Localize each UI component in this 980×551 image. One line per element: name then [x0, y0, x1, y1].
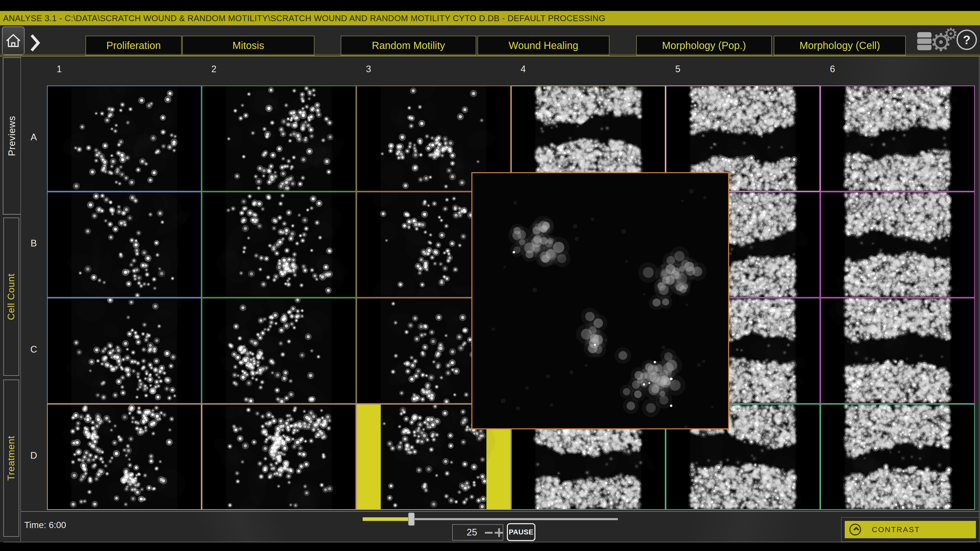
well-image-C6 — [821, 299, 974, 403]
tab-random-motility[interactable]: Random Motility — [341, 36, 476, 56]
well-image-A1 — [48, 86, 201, 191]
help-icon[interactable]: ? — [956, 30, 977, 50]
grid-separator — [21, 511, 979, 512]
layers-icon[interactable] — [917, 32, 932, 51]
column-header-2: 2 — [206, 64, 222, 75]
row-header-B: B — [25, 238, 42, 249]
column-header-6: 6 — [824, 64, 841, 75]
well-C1[interactable] — [47, 298, 202, 404]
toolbar-separator-accent — [0, 56, 980, 56]
well-A2[interactable] — [202, 86, 356, 192]
well-image-D6 — [821, 405, 974, 509]
speed-stepper: 25 — [452, 524, 503, 540]
home-icon — [5, 32, 21, 49]
well-C6[interactable] — [820, 298, 975, 404]
toolbar-separator — [0, 54, 980, 55]
home-button[interactable] — [2, 27, 24, 55]
well-image-B2 — [202, 192, 355, 297]
well-image-B6 — [821, 192, 974, 297]
window-title: ANALYSE 3.1 - C:\DATA\SCRATCH WOUND & RA… — [3, 11, 605, 25]
tab-proliferation[interactable]: Proliferation — [86, 36, 182, 56]
decrease-icon[interactable] — [485, 532, 493, 534]
contrast-panel: CONTRAST — [841, 517, 980, 542]
well-image-A6 — [821, 86, 974, 191]
well-image-B1 — [48, 192, 201, 297]
tab-mitosis[interactable]: Mitosis — [182, 36, 314, 56]
row-header-A: A — [25, 132, 42, 143]
pause-button[interactable]: PAUSE — [507, 523, 535, 541]
app-window: ANALYSE 3.1 - C:\DATA\SCRATCH WOUND & RA… — [0, 0, 980, 551]
sidebar-item-label: Cell Count — [6, 273, 17, 320]
increase-icon[interactable] — [495, 528, 503, 537]
sidebar-item-treatment[interactable]: Treatment — [3, 380, 19, 537]
enlarged-well-popup[interactable] — [471, 172, 729, 429]
speed-value: 25 — [463, 527, 481, 538]
well-image-A2 — [202, 86, 355, 191]
well-D6[interactable] — [820, 404, 975, 510]
well-image-C1 — [48, 299, 201, 403]
chevron-up-icon — [850, 524, 861, 535]
well-image-C2 — [202, 299, 355, 403]
title-bar: ANALYSE 3.1 - C:\DATA\SCRATCH WOUND & RA… — [0, 11, 980, 25]
sidebar-item-previews[interactable]: Previews — [3, 57, 21, 214]
well-A1[interactable] — [47, 86, 202, 192]
well-C2[interactable] — [202, 298, 356, 404]
enlarged-well-image — [473, 173, 728, 428]
well-B1[interactable] — [47, 192, 202, 298]
column-header-4: 4 — [515, 64, 531, 75]
contrast-label: CONTRAST — [872, 525, 920, 534]
row-header-D: D — [25, 450, 42, 461]
well-image-D1 — [48, 405, 201, 509]
panel-border — [979, 57, 980, 542]
settings-gear-small-icon[interactable]: ⚙ — [944, 26, 958, 42]
well-B2[interactable] — [202, 192, 356, 298]
timeline-slider-thumb[interactable] — [408, 513, 415, 526]
window-bottom-border — [3, 542, 977, 542]
row-header-C: C — [25, 344, 42, 355]
well-D1[interactable] — [47, 404, 202, 510]
expand-chevron-icon[interactable] — [30, 34, 41, 52]
sidebar-item-label: Treatment — [6, 436, 17, 481]
well-B6[interactable] — [820, 192, 975, 298]
timeline-slider-fill[interactable] — [363, 517, 409, 521]
time-label: Time: 6:00 — [24, 520, 66, 530]
sidebar-item-label: Previews — [6, 116, 18, 156]
tab-morphology-pop[interactable]: Morphology (Pop.) — [636, 36, 772, 56]
well-A6[interactable] — [820, 86, 975, 192]
column-header-3: 3 — [360, 64, 377, 75]
tab-wound-healing[interactable]: Wound Healing — [477, 36, 609, 56]
well-image-D2 — [202, 405, 355, 509]
column-header-5: 5 — [670, 64, 686, 75]
well-D2[interactable] — [202, 404, 356, 510]
tab-morphology-cell[interactable]: Morphology (Cell) — [774, 36, 906, 56]
column-header-1: 1 — [51, 64, 67, 75]
contrast-button[interactable]: CONTRAST — [845, 521, 976, 538]
sidebar-item-cell-count[interactable]: Cell Count — [3, 218, 19, 376]
